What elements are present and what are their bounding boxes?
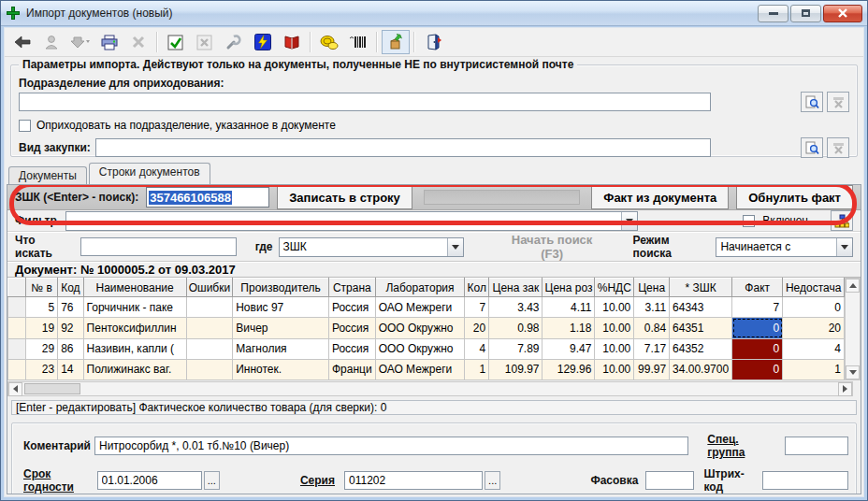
cell[interactable]: Иннотек. (233, 359, 329, 379)
filter-enabled-checkbox[interactable] (743, 215, 755, 227)
fact-from-document-button[interactable]: Факт из документа (591, 185, 729, 209)
table-row[interactable]: 2986Називин, капли (МагнолияРоссияООО Ок… (8, 338, 845, 359)
column-header[interactable]: Страна (328, 279, 375, 297)
cell[interactable]: 29 (25, 338, 57, 359)
division-clear-button[interactable] (827, 92, 849, 112)
search-mode-combobox[interactable]: Начинается с (716, 237, 853, 257)
cell[interactable]: 5 (25, 297, 57, 318)
division-input[interactable] (19, 93, 711, 111)
filter-dropdown-button[interactable] (621, 212, 637, 230)
table-row[interactable]: 576Горчичник - пакеНовис 97РоссияОАО Меж… (8, 297, 845, 318)
cell[interactable]: 129.96 (542, 359, 595, 379)
cell[interactable]: 1 (465, 359, 489, 379)
search-where-dropdown-button[interactable] (447, 238, 463, 256)
search-what-input[interactable] (80, 237, 236, 256)
cell[interactable]: Горчичник - паке (83, 297, 186, 318)
settings-button[interactable] (220, 30, 248, 54)
cell[interactable]: 109.97 (489, 359, 542, 379)
scroll-up-button[interactable] (846, 279, 860, 293)
row-indicator[interactable] (8, 359, 26, 379)
start-search-button[interactable]: Начать поиск (F3) (490, 233, 615, 261)
print-button[interactable] (95, 30, 123, 54)
reject-button[interactable] (191, 30, 219, 54)
expiry-input[interactable] (97, 471, 202, 490)
fact-cell[interactable]: 7 (732, 297, 783, 318)
cell[interactable]: Полижинакс ваг. (83, 359, 186, 379)
import-button[interactable] (66, 30, 94, 54)
minimize-button[interactable] (758, 5, 788, 22)
column-header[interactable]: Недостача (783, 279, 845, 297)
cell[interactable]: 4 (465, 338, 489, 359)
purchase-lookup-button[interactable] (801, 137, 823, 158)
cell[interactable]: 23 (25, 359, 57, 379)
cell[interactable]: 20 (465, 318, 489, 338)
search-mode-dropdown-button[interactable] (836, 238, 852, 256)
fact-cell[interactable]: 0 (732, 338, 783, 359)
scroll-left-button[interactable] (8, 382, 22, 396)
column-header[interactable]: Цена (634, 279, 670, 297)
cell[interactable]: 7.17 (634, 338, 670, 359)
back-button[interactable] (8, 30, 36, 54)
cell[interactable]: 3.43 (489, 297, 542, 318)
cell[interactable]: 0.98 (489, 318, 542, 338)
cell[interactable]: 1.18 (542, 318, 595, 338)
column-header[interactable]: № в (25, 279, 57, 297)
purchase-type-input[interactable] (95, 138, 711, 157)
scroll-down-button[interactable] (846, 365, 860, 379)
confirm-button[interactable] (162, 30, 190, 54)
cell[interactable]: Россия (328, 338, 375, 359)
row-indicator[interactable] (8, 318, 26, 338)
spec-group-input[interactable] (785, 437, 848, 455)
column-header[interactable]: Код (58, 279, 83, 297)
cell[interactable] (186, 318, 233, 338)
cell[interactable]: Називин, капли ( (83, 338, 186, 359)
column-header[interactable]: * ЗШК (670, 279, 732, 297)
cell[interactable]: 1 (783, 359, 845, 379)
table-row[interactable]: 2314Полижинакс ваг.Иннотек.ФранциОАО Меж… (8, 359, 845, 379)
cell[interactable] (186, 297, 233, 318)
cell[interactable]: 64351 (670, 318, 732, 338)
maximize-button[interactable] (790, 5, 821, 22)
column-header[interactable]: Производитель (233, 279, 329, 297)
division-lookup-button[interactable] (801, 92, 823, 112)
series-picker-button[interactable]: ... (485, 471, 500, 490)
column-header[interactable]: Наименование (83, 279, 186, 297)
cell[interactable]: Россия (328, 318, 375, 338)
cell[interactable]: Пентоксифиллин (83, 318, 186, 338)
cell[interactable]: 92 (58, 318, 83, 338)
column-header[interactable]: Цена роз (542, 279, 595, 297)
series-input[interactable] (344, 471, 483, 490)
column-header[interactable]: Лаборатория (375, 279, 465, 297)
cell[interactable]: 20 (783, 318, 845, 338)
fact-cell[interactable]: 0 (732, 359, 783, 379)
cell[interactable]: Вичер (233, 318, 329, 338)
table-row[interactable]: 1992ПентоксифиллинВичерРоссияООО Окружно… (8, 318, 845, 338)
column-header[interactable]: Кол (465, 279, 489, 297)
cell[interactable]: Россия (328, 297, 375, 318)
purchase-clear-button[interactable] (827, 137, 849, 158)
close-button[interactable] (823, 5, 862, 22)
journal-button[interactable] (278, 30, 306, 54)
cell[interactable]: ООО Окружно (375, 338, 465, 359)
cell[interactable]: 4 (783, 338, 845, 359)
column-header[interactable] (8, 279, 26, 297)
filter-tree-button[interactable] (831, 210, 853, 231)
row-indicator[interactable] (8, 297, 26, 318)
process-button[interactable] (249, 30, 277, 54)
cell[interactable]: 7 (465, 297, 489, 318)
money-button[interactable] (315, 30, 343, 54)
cell[interactable] (186, 359, 233, 379)
exit-button[interactable] (419, 30, 447, 54)
column-header[interactable]: %НДС (595, 279, 634, 297)
barcode-button[interactable] (344, 30, 372, 54)
cell[interactable]: ОАО Межреги (375, 297, 465, 318)
reset-fact-button[interactable]: Обнулить факт (736, 185, 853, 209)
scrollbar-thumb[interactable] (24, 383, 80, 394)
cell[interactable]: 86 (58, 338, 83, 359)
comment-input[interactable] (94, 437, 688, 455)
write-to-line-button[interactable]: Записать в строку (277, 185, 412, 209)
cell[interactable]: 3.11 (634, 297, 670, 318)
column-header[interactable]: Цена зак (489, 279, 542, 297)
cell[interactable]: Франци (328, 359, 375, 379)
search-where-combobox[interactable]: ЗШК (279, 237, 464, 257)
